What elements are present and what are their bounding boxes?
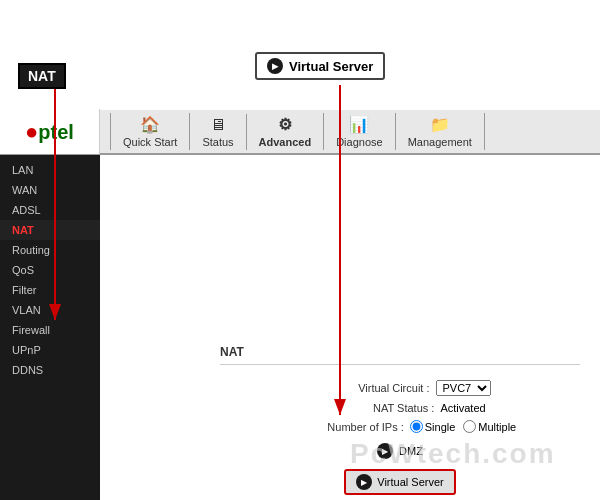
vs-play-icon: ▶	[356, 474, 372, 490]
nat-section: NAT Virtual Circuit : PVC7 NAT Status : …	[200, 330, 600, 500]
virtual-circuit-row: Virtual Circuit : PVC7	[310, 380, 491, 396]
status-icon: 🖥	[210, 116, 226, 134]
sidebar-item-nat[interactable]: NAT	[0, 220, 100, 240]
dmz-icon: ▶	[377, 443, 393, 459]
diagnose-icon: 📊	[349, 115, 369, 134]
nav-items: 🏠 Quick Start 🖥 Status ⚙ Advanced 📊 Diag…	[100, 113, 600, 150]
nav-management[interactable]: 📁 Management	[396, 113, 485, 150]
single-option[interactable]: Single	[410, 420, 456, 433]
nav-advanced[interactable]: ⚙ Advanced	[247, 113, 325, 150]
main-wrapper: LAN WAN ADSL NAT Routing QoS Filter VLAN…	[0, 155, 600, 500]
sidebar-item-lan[interactable]: LAN	[0, 160, 100, 180]
nav-diagnose[interactable]: 📊 Diagnose	[324, 113, 395, 150]
sidebar-item-adsl[interactable]: ADSL	[0, 200, 100, 220]
single-radio[interactable]	[410, 420, 423, 433]
virtual-server-button[interactable]: ▶ Virtual Server	[344, 469, 455, 495]
nat-status-value: Activated	[440, 402, 485, 414]
nat-section-title: NAT	[220, 345, 580, 365]
logo-area: ●ptel	[0, 109, 100, 154]
management-icon: 📁	[430, 115, 450, 134]
vs-annotation-icon: ▶	[267, 58, 283, 74]
num-ips-options: Single Multiple	[410, 420, 516, 433]
multiple-option[interactable]: Multiple	[463, 420, 516, 433]
sidebar-item-qos[interactable]: QoS	[0, 260, 100, 280]
content-area: NAT Virtual Circuit : PVC7 NAT Status : …	[100, 155, 600, 500]
top-nav: ●ptel 🏠 Quick Start 🖥 Status ⚙ Advanced …	[0, 110, 600, 155]
num-ips-row: Number of IPs : Single Multiple	[284, 420, 516, 433]
nat-status-label: NAT Status :	[314, 402, 434, 414]
sidebar: LAN WAN ADSL NAT Routing QoS Filter VLAN…	[0, 155, 100, 500]
logo: ●ptel	[25, 119, 74, 145]
dmz-label: DMZ	[399, 445, 423, 457]
nat-annotation-label: NAT	[18, 63, 66, 89]
sidebar-item-firewall[interactable]: Firewall	[0, 320, 100, 340]
num-ips-label: Number of IPs :	[284, 421, 404, 433]
sidebar-item-filter[interactable]: Filter	[0, 280, 100, 300]
virtual-circuit-select[interactable]: PVC7	[436, 380, 491, 396]
nat-status-row: NAT Status : Activated	[314, 402, 485, 414]
sidebar-item-vlan[interactable]: VLAN	[0, 300, 100, 320]
dmz-row: ▶ DMZ	[377, 443, 423, 459]
sidebar-item-ddns[interactable]: DDNS	[0, 360, 100, 380]
sidebar-item-wan[interactable]: WAN	[0, 180, 100, 200]
sidebar-item-routing[interactable]: Routing	[0, 240, 100, 260]
sidebar-item-upnp[interactable]: UPnP	[0, 340, 100, 360]
quick-start-icon: 🏠	[140, 115, 160, 134]
virtual-circuit-value: PVC7	[436, 380, 491, 396]
multiple-radio[interactable]	[463, 420, 476, 433]
nat-fields: Virtual Circuit : PVC7 NAT Status : Acti…	[220, 380, 580, 495]
nav-status[interactable]: 🖥 Status	[190, 114, 246, 150]
vs-annotation-label: ▶ Virtual Server	[255, 52, 385, 80]
advanced-icon: ⚙	[278, 115, 292, 134]
virtual-circuit-label: Virtual Circuit :	[310, 382, 430, 394]
nav-quick-start[interactable]: 🏠 Quick Start	[110, 113, 190, 150]
